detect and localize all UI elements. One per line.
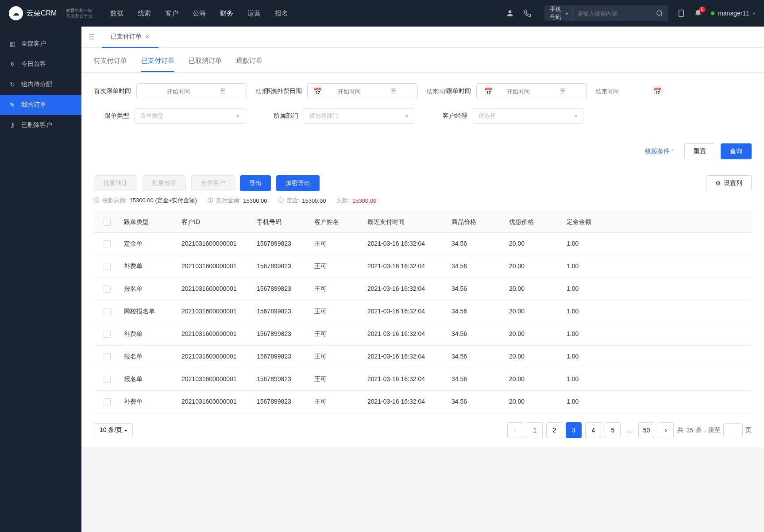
next-page-button[interactable]: ›	[658, 422, 674, 438]
next-fee-start[interactable]	[308, 88, 391, 95]
svg-rect-3	[679, 10, 684, 17]
cell-name: 王可	[311, 353, 364, 361]
table-row[interactable]: 报名单20210316000000011567899823王可2021-03-1…	[94, 368, 752, 391]
nav-item-6[interactable]: 报名	[275, 8, 288, 19]
cell-id: 2021031600000001	[178, 262, 253, 270]
export-button[interactable]: 导出	[240, 175, 271, 191]
follow-time-end[interactable]	[566, 88, 649, 95]
cell-discount: 20.00	[505, 398, 563, 406]
sub-tab-3[interactable]: 退款订单	[236, 57, 262, 72]
table-row[interactable]: 报名单20210316000000011567899823王可2021-03-1…	[94, 346, 752, 368]
user-menu[interactable]: manager11 ▾	[711, 10, 755, 17]
pagination: 10 条/页 ▾ ‹ 12345 … 50 › 共 35 条，跳至 页	[81, 413, 764, 447]
sidebar-icon: ✎	[9, 101, 16, 108]
sidebar-item-3[interactable]: ✎我的订单	[0, 95, 81, 115]
hamburger-icon[interactable]: ☰	[81, 33, 102, 41]
user-icon[interactable]	[505, 9, 514, 18]
filter-area: 首次跟单时间 至 📅 下次补费日期 至	[81, 73, 764, 143]
dept-select[interactable]: 请选择部门▾	[304, 108, 414, 124]
cell-type: 报名单	[120, 353, 178, 361]
merge-customer-button[interactable]: 合并客户	[191, 175, 235, 191]
cell-deposit: 1.00	[563, 262, 607, 270]
cell-time: 2021-03-16 16:32:04	[364, 285, 448, 293]
row-checkbox[interactable]	[104, 285, 111, 293]
follow-time-start[interactable]	[477, 88, 560, 95]
page-button-1[interactable]: 1	[527, 422, 543, 438]
svg-point-0	[509, 10, 512, 13]
page-button-2[interactable]: 2	[546, 422, 562, 438]
nav-item-5[interactable]: 运营	[247, 8, 261, 19]
reset-button[interactable]: 重置	[684, 143, 715, 159]
sidebar-item-2[interactable]: ↻组内待分配	[0, 74, 81, 95]
prev-page-button[interactable]: ‹	[507, 422, 523, 438]
row-checkbox[interactable]	[104, 353, 111, 360]
table-row[interactable]: 定金单20210316000000011567899823王可2021-03-1…	[94, 233, 752, 255]
table-row[interactable]: 补费单20210316000000011567899823王可2021-03-1…	[94, 391, 752, 413]
first-follow-range[interactable]: 至 📅	[136, 83, 247, 99]
table-row[interactable]: 网校报名单20210316000000011567899823王可2021-03…	[94, 301, 752, 323]
manager-select[interactable]: 请选择▾	[473, 108, 583, 124]
search-input[interactable]	[573, 10, 656, 17]
sidebar-item-1[interactable]: ⚱今日首客	[0, 54, 81, 74]
cell-name: 王可	[311, 240, 364, 248]
sub-tab-2[interactable]: 已取消订单	[189, 57, 222, 72]
sidebar-item-label: 组内待分配	[21, 81, 52, 89]
page-size-select[interactable]: 10 条/页 ▾	[94, 423, 133, 437]
row-checkbox[interactable]	[104, 263, 111, 270]
search-type-select[interactable]: 手机号码 ▾	[550, 5, 573, 21]
filter-label-dept: 所属部门	[263, 112, 298, 120]
table-row[interactable]: 补费单20210316000000011567899823王可2021-03-1…	[94, 255, 752, 278]
tab-paid-orders[interactable]: 已支付订单 ✕	[102, 27, 158, 48]
sidebar-item-label: 我的订单	[21, 101, 46, 109]
sidebar-item-0[interactable]: ▦全部客户	[0, 34, 81, 54]
nav-item-1[interactable]: 线索	[138, 8, 151, 19]
th-name: 客户姓名	[311, 218, 364, 226]
columns-button[interactable]: ⚙设置列	[706, 175, 752, 191]
logo[interactable]: ☁ 云朵CRM 教育机构一站 式服务云平台	[9, 6, 93, 20]
row-checkbox[interactable]	[104, 398, 111, 405]
row-checkbox[interactable]	[104, 308, 111, 315]
cell-price: 34.56	[448, 330, 505, 338]
batch-abandon-button[interactable]: 批量放弃	[143, 175, 186, 191]
page-button-3[interactable]: 3	[566, 422, 582, 438]
follow-time-range[interactable]: 至 📅	[476, 83, 587, 99]
first-follow-start[interactable]	[137, 88, 220, 95]
page-button-5[interactable]: 5	[605, 422, 621, 438]
sub-tab-0[interactable]: 待支付订单	[94, 57, 127, 72]
th-type: 跟单类型	[120, 218, 178, 226]
page-jump-input[interactable]	[723, 423, 743, 437]
batch-transfer-button[interactable]: 批量转让	[94, 175, 137, 191]
bell-icon[interactable]: 5	[694, 9, 702, 17]
sidebar-item-4[interactable]: ⚷已删除客户	[0, 115, 81, 135]
cell-type: 报名单	[120, 285, 178, 293]
last-page-button[interactable]: 50	[638, 422, 654, 438]
cell-name: 王可	[311, 285, 364, 293]
row-checkbox[interactable]	[104, 240, 111, 247]
encrypt-export-button[interactable]: 加密导出	[276, 175, 320, 191]
table-header: 跟单类型 客户ID 手机号码 客户姓名 最近支付时间 商品价格 优惠价格 定金金…	[94, 212, 752, 233]
table-row[interactable]: 补费单20210316000000011567899823王可2021-03-1…	[94, 323, 752, 346]
follow-type-select[interactable]: 跟单类型▾	[135, 108, 245, 124]
row-checkbox[interactable]	[104, 331, 111, 338]
nav-item-0[interactable]: 数据	[110, 8, 123, 19]
page-button-4[interactable]: 4	[585, 422, 601, 438]
cell-phone: 1567899823	[253, 375, 311, 383]
next-fee-range[interactable]: 至 📅	[307, 83, 418, 99]
filter-actions: 收起条件 ˄ 重置 查询	[81, 143, 764, 168]
nav-item-4[interactable]: 财务	[220, 8, 233, 19]
mobile-icon[interactable]	[677, 9, 685, 17]
select-all-checkbox[interactable]	[104, 219, 111, 226]
close-icon[interactable]: ✕	[145, 34, 150, 40]
cell-time: 2021-03-16 16:32:04	[364, 262, 448, 270]
sub-tab-1[interactable]: 已支付订单	[141, 57, 174, 72]
nav-item-3[interactable]: 公海	[193, 8, 206, 19]
search-icon[interactable]	[656, 10, 663, 17]
cell-time: 2021-03-16 16:32:04	[364, 353, 448, 361]
table-row[interactable]: 报名单20210316000000011567899823王可2021-03-1…	[94, 278, 752, 301]
nav-item-2[interactable]: 客户	[165, 8, 178, 19]
sidebar-item-label: 已删除客户	[21, 121, 52, 129]
row-checkbox[interactable]	[104, 376, 111, 383]
phone-icon[interactable]	[523, 9, 531, 17]
collapse-filters-link[interactable]: 收起条件 ˄	[645, 147, 674, 155]
query-button[interactable]: 查询	[721, 143, 752, 159]
